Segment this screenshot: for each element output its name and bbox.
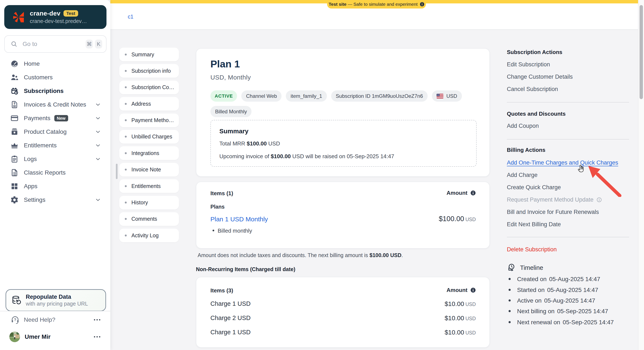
change-customer-details-link[interactable]: Change Customer Details [507, 74, 573, 80]
bill-invoice-future-renewals-link[interactable]: Bill and Invoice for Future Renewals [507, 209, 599, 215]
bullet-icon [125, 201, 127, 203]
timeline-event: Next renewal on05-Sep-2025 14:47 [517, 319, 614, 326]
more-options-icon[interactable] [93, 319, 101, 321]
amount-currency: USD [465, 330, 476, 336]
edit-next-billing-date-link[interactable]: Edit Next Billing Date [507, 221, 561, 228]
amount-currency: USD [465, 316, 476, 321]
new-badge: New [54, 115, 68, 121]
section-nav-item-address[interactable]: Address [119, 97, 179, 111]
mrr-prefix: Total MRR [219, 140, 247, 147]
page-scrollbar-track[interactable] [638, 0, 644, 350]
delete-subscription-link[interactable]: Delete Subscription [507, 246, 557, 253]
timeline-event-date: 05-Aug-2025 14:47 [547, 287, 598, 293]
amount-header: Amount [446, 287, 476, 293]
charge-row-amount: $10.00USD [445, 314, 476, 322]
sidebar-item-payments[interactable]: Payments New [0, 111, 110, 125]
cancel-subscription-link[interactable]: Cancel Subscription [507, 86, 558, 93]
summary-box-heading: Summary [219, 128, 248, 135]
channel-badge: Channel Web [241, 90, 282, 102]
sidebar-item-home[interactable]: Home [0, 57, 110, 71]
charge-row-amount: $10.00USD [445, 328, 476, 336]
create-quick-charge-link[interactable]: Create Quick Charge [507, 184, 561, 191]
add-charge-link[interactable]: Add Charge [507, 172, 538, 178]
sidebar-item-invoices-credit-notes[interactable]: Invoices & Credit Notes [0, 98, 110, 111]
timeline-event-date: 05-Aug-2025 14:47 [544, 297, 595, 304]
main-area: Test site — Safe to simulate and experim… [110, 0, 644, 350]
sidebar-item-entitlements[interactable]: Entitlements [0, 139, 110, 152]
section-nav-item-summary[interactable]: Summary [119, 48, 179, 61]
amount-info-icon[interactable] [470, 288, 476, 293]
section-nav-item-subscription-contract[interactable]: Subscription Co… [119, 81, 179, 94]
bullet-icon [125, 119, 127, 121]
content-scrollbar-thumb[interactable] [116, 164, 118, 179]
amount-info-icon[interactable] [470, 190, 476, 196]
plan-item-amount: $100.00USD [439, 215, 476, 223]
timeline-event-label: Next renewal on [517, 319, 560, 326]
section-nav-item-payment-method[interactable]: Payment Metho… [119, 114, 179, 127]
sidebar-item-product-catalog[interactable]: Product Catalog [0, 125, 110, 139]
breadcrumb-customer-link[interactable]: c1 [128, 14, 133, 20]
add-coupon-link[interactable]: Add Coupon [507, 123, 539, 129]
amount-value: $10.00 [445, 315, 464, 322]
plan-badges: ACTIVE Channel Web item_family_1 Subscri… [210, 90, 476, 117]
test-site-banner: Test site — Safe to simulate and experim… [327, 0, 426, 8]
headset-icon [11, 315, 20, 324]
workspace-logo-icon [13, 12, 24, 22]
repopulate-data-card[interactable]: Repopulate Data with any pricing page UR… [6, 289, 106, 311]
repopulate-title: Repopulate Data [26, 294, 88, 300]
section-nav-item-activity-log[interactable]: Activity Log [119, 229, 179, 242]
add-one-time-charges-link[interactable]: Add One-Time Charges and Quick Charges [507, 160, 618, 166]
banner-info-icon[interactable] [420, 2, 424, 6]
bullet-icon [125, 136, 127, 138]
section-nav-item-invoice-note[interactable]: Invoice Note [119, 163, 179, 176]
workspace-text: crane-dev Test crane-dev-test.predev… [30, 10, 87, 24]
global-search[interactable]: Go to ⌘ K [4, 35, 106, 53]
bullet-icon [125, 86, 127, 88]
section-nav-item-comments[interactable]: Comments [119, 212, 179, 226]
sidebar-item-subscriptions[interactable]: Subscriptions [0, 84, 110, 98]
bullet-icon [508, 310, 511, 312]
bullet-icon [125, 169, 127, 171]
timeline-header: Timeline [507, 263, 543, 272]
section-nav-item-unbilled-charges[interactable]: Unbilled Charges [119, 130, 179, 144]
divider [507, 139, 629, 140]
timeline-event: Started on05-Aug-2025 14:47 [517, 287, 598, 293]
chevron-down-icon [95, 102, 101, 108]
gear-icon [10, 196, 19, 204]
charge-row-name: Charge 1 USD [210, 329, 251, 336]
banner-text-bold: Test site [328, 2, 346, 6]
section-nav-item-integrations[interactable]: Integrations [119, 146, 179, 160]
section-nav: Summary Subscription info Subscription C… [119, 48, 179, 245]
user-name: Umer Mir [25, 334, 93, 340]
edit-subscription-link[interactable]: Edit Subscription [507, 61, 550, 68]
sidebar-item-classic-reports[interactable]: Classic Reports [0, 166, 110, 179]
page-scrollbar-thumb[interactable] [640, 5, 643, 99]
need-help-row[interactable]: Need Help? [0, 311, 110, 328]
workspace-switcher[interactable]: crane-dev Test crane-dev-test.predev… [4, 5, 106, 29]
sidebar-item-customers[interactable]: Customers [0, 71, 110, 84]
amount-currency: USD [465, 217, 476, 222]
items-card: Items (1) Amount Plans Plan 1 USD Monthl… [196, 181, 490, 249]
timeline-event: Created on05-Aug-2025 14:47 [517, 276, 600, 283]
subscription-id-badge: Subscription ID 1mGM9uoUszOeZ7n6 [331, 90, 428, 102]
credit-card-icon [10, 114, 19, 123]
bullet-label: Billed monthly [218, 227, 252, 234]
non-recurring-card: Items (3) Amount Charge 1 USD $10.00USD … [196, 277, 490, 348]
billing-frequency-badge: Billed Monthly [210, 106, 252, 117]
user-profile-row[interactable]: Umer Mir [0, 328, 110, 345]
sidebar-item-settings[interactable]: Settings [0, 193, 110, 207]
more-options-icon[interactable] [93, 336, 101, 338]
section-nav-item-subscription-info[interactable]: Subscription info [119, 64, 179, 78]
kbd-k: K [95, 39, 102, 48]
plan-item-link[interactable]: Plan 1 USD Monthly [210, 216, 268, 223]
sidebar-item-logs[interactable]: Logs [0, 152, 110, 166]
timeline-event-label: Started on [517, 287, 544, 293]
sidebar-item-apps[interactable]: Apps [0, 179, 110, 193]
note-suffix: . [402, 252, 403, 258]
section-nav-item-history[interactable]: History [119, 196, 179, 209]
workspace-name: crane-dev [30, 10, 60, 17]
currency-label: USD [446, 93, 457, 99]
bullet-icon [125, 103, 127, 105]
section-nav-item-entitlements[interactable]: Entitlements [119, 179, 179, 193]
bullet-icon [125, 54, 127, 55]
